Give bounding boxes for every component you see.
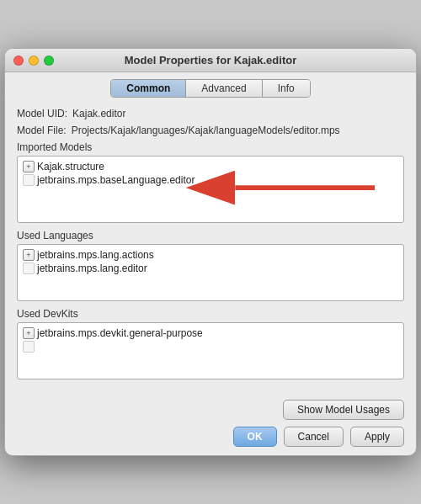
item-text: jetbrains.mps.devkit.general-purpose: [37, 327, 203, 339]
uid-value: Kajak.editor: [72, 108, 125, 119]
list-item[interactable]: + jetbrains.mps.devkit.general-purpose: [21, 326, 400, 340]
imported-models-list[interactable]: + Kajak.structure jetbrains.mps.baseLang…: [17, 156, 404, 223]
item-text: Kajak.structure: [37, 161, 104, 172]
minimize-button[interactable]: [29, 56, 39, 66]
expand-icon[interactable]: +: [23, 249, 35, 261]
action-buttons: OK Cancel Apply: [17, 427, 404, 447]
expand-icon[interactable]: +: [23, 327, 35, 339]
expand-icon[interactable]: +: [23, 161, 35, 172]
traffic-lights: [13, 56, 54, 66]
expand-placeholder: [23, 341, 35, 353]
titlebar: Model Properties for Kajak.editor: [5, 49, 416, 72]
show-usages-button[interactable]: Show Model Usages: [283, 400, 404, 420]
file-row: Model File: Projects/Kajak/languages/Kaj…: [17, 125, 404, 136]
used-languages-label: Used Languages: [17, 230, 404, 241]
list-item[interactable]: + Kajak.structure: [21, 160, 400, 173]
tab-info[interactable]: Info: [263, 80, 310, 97]
item-text: jetbrains.mps.lang.editor: [37, 263, 147, 274]
list-item[interactable]: jetbrains.mps.lang.editor: [21, 262, 400, 275]
content-area: Model UID: Kajak.editor Model File: Proj…: [5, 101, 416, 393]
uid-label: Model UID:: [17, 108, 67, 119]
list-item[interactable]: jetbrains.mps.baseLanguage.editor: [21, 173, 400, 187]
list-item[interactable]: [21, 340, 400, 353]
dialog: Model Properties for Kajak.editor Common…: [4, 48, 417, 456]
used-languages-section: Used Languages + jetbrains.mps.lang.acti…: [17, 230, 404, 301]
used-devkits-list[interactable]: + jetbrains.mps.devkit.general-purpose: [17, 322, 404, 379]
apply-button[interactable]: Apply: [350, 427, 404, 447]
file-value: Projects/Kajak/languages/Kajak/languageM…: [72, 125, 340, 136]
expand-placeholder: [23, 174, 35, 186]
used-languages-list[interactable]: + jetbrains.mps.lang.actions jetbrains.m…: [17, 244, 404, 301]
tab-group: Common Advanced Info: [110, 79, 310, 98]
tab-advanced[interactable]: Advanced: [186, 80, 262, 97]
show-usages-row: Show Model Usages: [17, 400, 404, 420]
uid-row: Model UID: Kajak.editor: [17, 108, 404, 119]
tab-common[interactable]: Common: [111, 80, 186, 97]
close-button[interactable]: [13, 56, 24, 66]
imported-models-section: Imported Models + Kajak.structure jetbra…: [17, 141, 404, 223]
ok-button[interactable]: OK: [233, 427, 277, 447]
tabs-bar: Common Advanced Info: [5, 72, 416, 101]
bottom-bar: Show Model Usages OK Cancel Apply: [5, 393, 416, 455]
imported-models-label: Imported Models: [17, 141, 404, 153]
used-devkits-label: Used DevKits: [17, 308, 404, 320]
item-text: jetbrains.mps.baseLanguage.editor: [37, 174, 195, 186]
expand-placeholder: [23, 263, 35, 274]
file-label: Model File:: [17, 125, 67, 136]
used-devkits-section: Used DevKits + jetbrains.mps.devkit.gene…: [17, 308, 404, 379]
list-item[interactable]: + jetbrains.mps.lang.actions: [21, 248, 400, 262]
window-title: Model Properties for Kajak.editor: [125, 54, 296, 66]
item-text: jetbrains.mps.lang.actions: [37, 249, 154, 261]
maximize-button[interactable]: [44, 56, 54, 66]
cancel-button[interactable]: Cancel: [284, 427, 344, 447]
